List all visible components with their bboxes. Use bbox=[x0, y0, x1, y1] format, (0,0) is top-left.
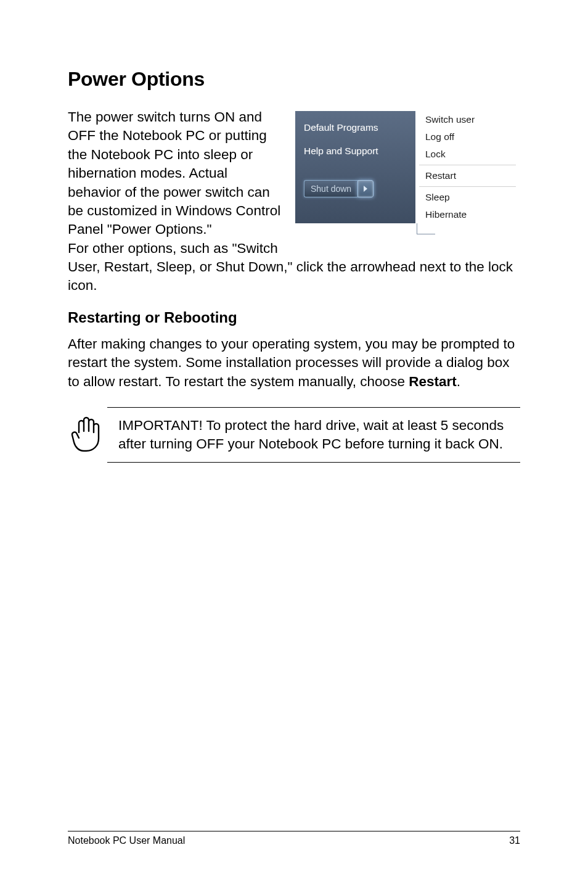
subheading-restarting: Restarting or Rebooting bbox=[68, 309, 520, 326]
option-switch-user[interactable]: Switch user bbox=[415, 111, 520, 128]
menu-separator bbox=[419, 165, 516, 165]
important-note: IMPORTANT! To protect the hard drive, wa… bbox=[107, 407, 520, 463]
page-footer: Notebook PC User Manual 31 bbox=[68, 831, 520, 846]
option-sleep[interactable]: Sleep bbox=[415, 189, 520, 206]
restart-keyword: Restart bbox=[409, 374, 457, 389]
chevron-right-icon bbox=[363, 186, 368, 192]
menu-bottom-notch bbox=[295, 223, 520, 234]
footer-page-number: 31 bbox=[509, 835, 520, 846]
paragraph-1a: The power switch turns ON and OFF the No… bbox=[68, 108, 281, 239]
option-restart[interactable]: Restart bbox=[415, 167, 520, 184]
power-options-submenu: Switch user Log off Lock Restart Sleep H… bbox=[415, 111, 520, 223]
hand-stop-icon bbox=[68, 414, 105, 456]
start-menu-left-panel: Default Programs Help and Support Shut d… bbox=[295, 111, 415, 223]
option-hibernate[interactable]: Hibernate bbox=[415, 206, 520, 223]
shutdown-button[interactable]: Shut down bbox=[304, 180, 357, 197]
page-heading: Power Options bbox=[68, 68, 520, 91]
option-lock[interactable]: Lock bbox=[415, 146, 520, 163]
paragraph-2: After making changes to your operating s… bbox=[68, 335, 520, 391]
footer-title: Notebook PC User Manual bbox=[68, 835, 185, 846]
option-log-off[interactable]: Log off bbox=[415, 128, 520, 146]
paragraph-2-text-c: . bbox=[457, 374, 460, 389]
menu-item-default-programs[interactable]: Default Programs bbox=[304, 122, 415, 133]
menu-separator bbox=[419, 186, 516, 187]
menu-item-help-and-support[interactable]: Help and Support bbox=[304, 146, 415, 157]
shutdown-menu-screenshot: Default Programs Help and Support Shut d… bbox=[295, 110, 520, 235]
important-text: IMPORTANT! To protect the hard drive, wa… bbox=[118, 416, 520, 454]
paragraph-1b: For other options, such as "Switch bbox=[68, 239, 281, 258]
paragraph-1c: User, Restart, Sleep, or Shut Down," cli… bbox=[68, 258, 520, 295]
shutdown-arrow-button[interactable] bbox=[357, 180, 374, 197]
